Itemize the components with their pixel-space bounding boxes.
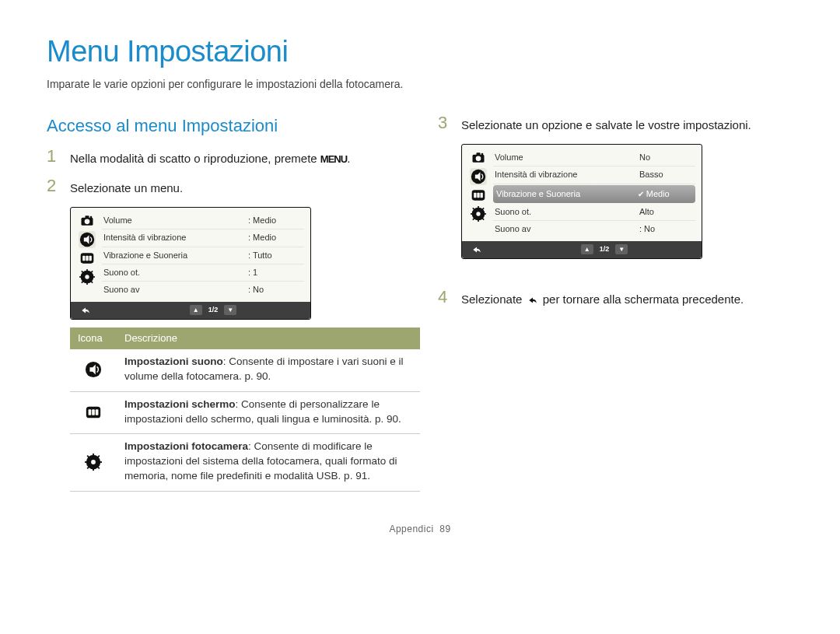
row-value: : Medio [248,215,303,226]
footer-section: Appendici [389,524,433,534]
sound-icon [70,349,117,391]
row-label: Suono av [495,223,639,235]
step-3-text: Selezionate un opzione e salvate le vost… [461,114,751,133]
display-icon [79,250,96,267]
page-down-icon[interactable]: ▼ [224,305,236,315]
camera-icon [470,149,487,166]
camera-icon [79,212,96,229]
gear-icon [470,205,487,222]
step-number: 4 [438,289,452,306]
page-down-icon[interactable]: ▼ [615,244,628,254]
row-label: Volume [495,152,639,163]
icon-table-desc: Impostazioni schermo: Consente di person… [117,391,420,434]
row-label: Vibrazione e Suoneria [103,250,248,261]
camera-screen-1: Volume: Medio Intensità di vibrazione: M… [70,207,311,320]
gear-icon [70,434,117,492]
step-3: 3 Selezionate un opzione e salvate le vo… [438,114,793,133]
sound-icon [79,231,96,248]
icon-table: Icona Descrizione Impostazioni suono: Co… [70,328,420,492]
footer-page: 89 [439,524,450,534]
camera-screen-2: VolumeNo Intensità di vibrazioneBasso Vi… [461,144,702,259]
section-subtitle: Accesso al menu Impostazioni [47,114,402,138]
page-indicator: 1/2 [600,244,610,254]
screen1-rows: Volume: Medio Intensità di vibrazione: M… [102,212,304,299]
step-4-text-after: per tornare alla schermata precedente. [543,292,744,306]
back-icon[interactable] [79,305,93,316]
icon-table-desc: Impostazioni suono: Consente di impostar… [117,349,420,391]
step-1: 1 Nella modalità di scatto o riproduzion… [47,148,402,166]
row-label: Suono ot. [103,267,248,278]
row-label: Volume [103,215,248,226]
step-2-text: Selezionate un menu. [70,177,183,196]
row-label: Suono ot. [495,206,639,218]
step-number: 2 [47,177,61,194]
display-icon [470,187,487,204]
sound-icon [470,168,487,185]
row-value: Alto [639,206,694,218]
screen2-rows: VolumeNo Intensità di vibrazioneBasso Vi… [493,149,695,238]
row-label: Vibrazione e Suoneria [496,188,638,200]
row-value: : Medio [248,232,303,243]
step-1-text-before: Nella modalità di scatto o riproduzione,… [70,152,320,165]
back-icon[interactable] [470,244,484,255]
row-label: Intensità di vibrazione [495,169,639,180]
row-value: : 1 [248,267,303,278]
row-value-selected: Medio [638,188,692,200]
display-icon [70,391,117,434]
page-intro: Imparate le varie opzioni per configurar… [47,77,793,93]
row-label: Suono av [103,284,248,296]
step-2: 2 Selezionate un menu. [47,177,402,196]
page-indicator: 1/2 [208,305,219,315]
row-value: : No [639,223,694,235]
page-up-icon[interactable]: ▲ [190,305,202,315]
row-value: No [639,152,694,163]
back-icon [526,295,540,306]
step-1-text-after: . [347,152,350,165]
icon-table-desc: Impostazioni fotocamera: Consente di mod… [117,434,420,492]
page-title: Menu Impostazioni [47,31,793,72]
row-value: : No [248,284,303,296]
row-value: Basso [639,169,694,180]
step-number: 1 [47,148,61,165]
step-4-text-before: Selezionate [461,292,526,306]
row-label: Intensità di vibrazione [103,232,248,243]
menu-glyph-icon: MENU [320,153,347,165]
step-number: 3 [438,114,452,131]
row-value: : Tutto [248,250,303,261]
icon-table-header-desc: Descrizione [117,328,420,349]
gear-icon [79,268,96,285]
page-footer: Appendici 89 [47,523,793,536]
icon-table-header-icon: Icona [70,328,117,349]
step-4: 4 Selezionate per tornare alla schermata… [438,289,793,307]
page-up-icon[interactable]: ▲ [581,244,593,254]
